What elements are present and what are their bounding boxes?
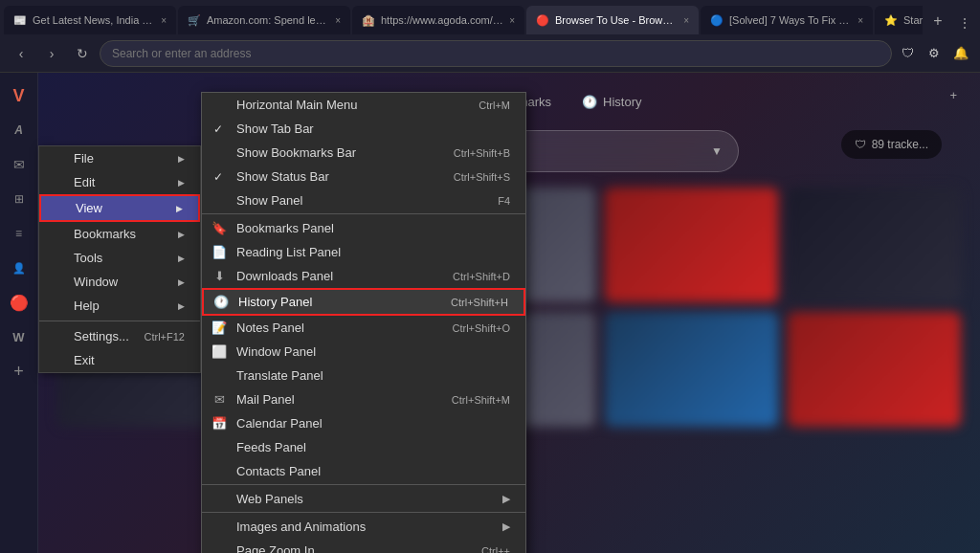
menu-window[interactable]: Window ▶ xyxy=(39,270,200,294)
menu-calendar-panel[interactable]: 📅 Calendar Panel xyxy=(202,411,525,435)
feed-button[interactable]: ≡ xyxy=(4,218,34,249)
sd-item-9[interactable] xyxy=(605,312,778,427)
downloads-shortcut: Ctrl+Shift+D xyxy=(453,271,510,282)
menu-notes-panel[interactable]: 📝 Notes Panel Ctrl+Shift+O xyxy=(202,316,525,340)
tab-tab-6[interactable]: ⭐Start Page× xyxy=(875,6,923,34)
menu-images-animations[interactable]: Images and Animations ▶ xyxy=(202,515,525,539)
menu-show-status-bar[interactable]: ✓ Show Status Bar Ctrl+Shift+S xyxy=(202,165,525,188)
ext-icon-2[interactable]: 🔔 xyxy=(949,42,972,65)
vivaldi-logo-button[interactable]: V xyxy=(4,80,34,111)
search-dropdown-icon[interactable]: ▼ xyxy=(711,144,723,158)
tools-arrow: ▶ xyxy=(178,254,185,263)
sd-item-4[interactable] xyxy=(605,188,778,302)
menu-bookmarks[interactable]: Bookmarks ▶ xyxy=(39,222,200,246)
tab-favicon-tab-4: 🔴 xyxy=(536,14,549,27)
menu-web-panels[interactable]: Web Panels ▶ xyxy=(202,487,525,513)
menu-reading-list-panel[interactable]: 📄 Reading List Panel xyxy=(202,240,525,264)
new-tab-icon[interactable]: + xyxy=(934,80,972,112)
menu-contacts-panel[interactable]: Contacts Panel xyxy=(202,459,525,485)
horizontal-main-label: Horizontal Main Menu xyxy=(236,98,459,112)
tab-favicon-tab-5: 🔵 xyxy=(710,14,724,27)
app-menu-bar: File ▶ Edit ▶ View ▶ Bookmarks ▶ xyxy=(38,145,201,373)
web-panels-arrow: ▶ xyxy=(502,493,510,505)
menu-history-panel[interactable]: 🕐 History Panel Ctrl+Shift+H xyxy=(202,288,525,316)
mail-button[interactable]: ✉ xyxy=(4,149,34,180)
sd-item-5[interactable] xyxy=(788,188,961,302)
menu-edit[interactable]: Edit ▶ xyxy=(39,170,200,194)
tab-close-tab-5[interactable]: × xyxy=(858,15,863,26)
address-input[interactable] xyxy=(100,40,892,67)
menu-tools[interactable]: Tools ▶ xyxy=(39,246,200,270)
status-bar-shortcut: Ctrl+Shift+S xyxy=(454,171,510,183)
tab-favicon-tab-6: ⭐ xyxy=(884,14,898,27)
menu-bookmarks-panel[interactable]: 🔖 Bookmarks Panel xyxy=(202,216,525,240)
tab-options-button[interactable]: ⋮ xyxy=(953,11,976,34)
back-button[interactable]: ‹ xyxy=(8,40,34,67)
tab-tab-4[interactable]: 🔴Browser To Use - Browser T× xyxy=(526,6,699,34)
tab-favicon-tab-3: 🏨 xyxy=(362,14,375,27)
history-panel-label: History Panel xyxy=(238,295,432,309)
horizontal-main-shortcut: Ctrl+M xyxy=(479,100,510,111)
forward-button[interactable]: › xyxy=(38,40,65,67)
menu-zoom-in[interactable]: Page Zoom In Ctrl++ xyxy=(202,539,525,553)
menu-window-panel[interactable]: ⬜ Window Panel xyxy=(202,340,525,364)
menu-help-label: Help xyxy=(74,299,100,313)
tab-close-tab-4[interactable]: × xyxy=(683,15,689,26)
tab-close-tab-2[interactable]: × xyxy=(335,15,341,26)
menu-settings[interactable]: Settings... Ctrl+F12 xyxy=(39,324,200,348)
calendar-button[interactable]: ⊞ xyxy=(4,184,34,214)
menu-view[interactable]: View ▶ xyxy=(39,194,200,222)
tab-tab-1[interactable]: 📰Get Latest News, India Ne...× xyxy=(4,6,176,34)
window-panel-icon: ⬜ xyxy=(212,344,227,359)
tab-tab-2[interactable]: 🛒Amazon.com: Spend less. S× xyxy=(178,6,350,34)
sd-item-10[interactable] xyxy=(788,312,961,427)
images-animations-label: Images and Animations xyxy=(236,520,502,534)
reload-button[interactable]: ↻ xyxy=(69,40,96,67)
tab-tab-5[interactable]: 🔵[Solved] 7 Ways To Fix Voic× xyxy=(701,6,873,34)
feeds-panel-label: Feeds Panel xyxy=(236,440,510,454)
tab-label-tab-6: Start Page xyxy=(903,14,923,26)
mail-panel-label: Mail Panel xyxy=(236,392,433,407)
tab-close-tab-3[interactable]: × xyxy=(509,15,515,26)
translate-button[interactable]: A xyxy=(4,115,34,145)
menu-show-tab-bar[interactable]: ✓ Show Tab Bar xyxy=(202,117,525,141)
history-shortcut: Ctrl+Shift+H xyxy=(451,297,508,308)
add-panel-button[interactable]: + xyxy=(4,356,34,387)
tab-close-tab-1[interactable]: × xyxy=(161,15,167,26)
help-arrow: ▶ xyxy=(178,301,185,311)
zoom-in-label: Page Zoom In xyxy=(236,543,462,553)
zoom-in-shortcut: Ctrl++ xyxy=(481,545,510,554)
bookmarks-panel-label: Bookmarks Panel xyxy=(236,221,510,235)
new-tab-button[interactable]: + xyxy=(924,8,951,34)
menu-horizontal-main[interactable]: Horizontal Main Menu Ctrl+M xyxy=(202,93,525,117)
tab-label-tab-4: Browser To Use - Browser T xyxy=(555,14,678,26)
ext-icon-1[interactable]: ⚙ xyxy=(923,42,946,65)
reading-list-icon: 📄 xyxy=(212,245,227,259)
menu-downloads-panel[interactable]: ⬇ Downloads Panel Ctrl+Shift+D xyxy=(202,264,525,288)
menu-translate-panel[interactable]: Translate Panel xyxy=(202,364,525,387)
menu-file[interactable]: File ▶ xyxy=(39,146,200,170)
menu-settings-label: Settings... xyxy=(74,329,129,343)
menu-show-panel[interactable]: Show Panel F4 xyxy=(202,188,525,214)
window-arrow: ▶ xyxy=(178,277,185,287)
menu-help[interactable]: Help ▶ xyxy=(39,294,200,318)
menu-exit-label: Exit xyxy=(74,353,95,367)
menu-exit[interactable]: Exit xyxy=(39,348,200,372)
tab-bar-check: ✓ xyxy=(213,122,223,136)
vivaldi-red-button[interactable]: 🔴 xyxy=(4,287,34,318)
menu-show-bookmarks-bar[interactable]: Show Bookmarks Bar Ctrl+Shift+B xyxy=(202,141,525,165)
notes-panel-label: Notes Panel xyxy=(236,321,433,335)
panel-shortcut: F4 xyxy=(498,195,510,207)
tab-label-tab-2: Amazon.com: Spend less. S xyxy=(207,14,329,26)
shield-icon[interactable]: 🛡 xyxy=(896,42,919,65)
menu-file-label: File xyxy=(74,151,94,166)
mail-panel-icon: ✉ xyxy=(212,392,227,407)
history-tab[interactable]: 🕐 History xyxy=(567,87,657,119)
tab-tab-3[interactable]: 🏨https://www.agoda.com/de× xyxy=(352,6,524,34)
shield-tracker-icon: 🛡 xyxy=(855,138,866,151)
menu-feeds-panel[interactable]: Feeds Panel xyxy=(202,435,525,459)
contacts-button[interactable]: 👤 xyxy=(4,253,34,283)
wikipedia-button[interactable]: W xyxy=(4,321,34,352)
menu-mail-panel[interactable]: ✉ Mail Panel Ctrl+Shift+M xyxy=(202,387,525,411)
tracker-badge: 🛡 89 tracke... xyxy=(841,130,942,159)
